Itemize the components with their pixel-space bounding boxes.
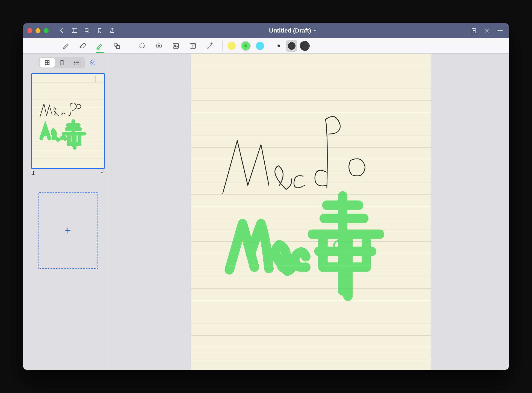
outline-view-tab[interactable] [69, 58, 84, 68]
sidebar-icon [71, 27, 78, 34]
new-note-icon [471, 27, 477, 34]
body: 1 + [23, 54, 509, 370]
tool-toolbar [23, 38, 509, 54]
page-menu-icon[interactable] [100, 171, 104, 174]
sticker-icon [155, 42, 163, 50]
svg-point-9 [498, 30, 499, 31]
svg-point-39 [338, 245, 339, 247]
new-note-button[interactable] [469, 26, 478, 35]
close-window-button[interactable] [27, 28, 32, 33]
sync-icon [89, 59, 96, 66]
bookmark-button[interactable] [95, 26, 104, 35]
view-segmented-control [39, 57, 85, 68]
wand-icon [206, 42, 214, 50]
traffic-lights [27, 28, 49, 33]
svg-rect-30 [47, 63, 49, 64]
svg-point-23 [211, 43, 212, 44]
document-title[interactable]: Untitled (Draft) [120, 27, 466, 34]
svg-point-35 [74, 62, 75, 63]
sticker-tool[interactable] [151, 40, 167, 52]
text-tool[interactable] [185, 40, 200, 52]
svg-rect-18 [173, 43, 179, 48]
svg-point-36 [74, 64, 75, 64]
toolbar-divider [222, 41, 223, 51]
shape-tool[interactable] [109, 40, 125, 52]
fullscreen-window-button[interactable] [44, 28, 49, 33]
bookmark-icon [59, 60, 65, 66]
eraser-icon [79, 42, 87, 50]
color-swatch-cyan[interactable] [256, 42, 264, 50]
more-options-button[interactable] [495, 26, 505, 35]
minimize-window-button[interactable] [36, 28, 40, 33]
color-swatch-yellow[interactable] [227, 42, 236, 50]
stroke-size-medium[interactable] [286, 40, 297, 52]
page-sidebar: 1 + [23, 54, 113, 370]
magic-tool[interactable] [202, 40, 217, 52]
sync-status[interactable] [88, 58, 97, 67]
stroke-size-large[interactable] [299, 40, 311, 52]
chevron-left-icon [59, 27, 65, 34]
svg-point-34 [74, 61, 75, 61]
svg-point-19 [174, 45, 175, 46]
svg-point-10 [500, 30, 501, 31]
search-icon [84, 27, 90, 34]
page-number: 1 [32, 171, 35, 176]
sidebar-tabs [26, 57, 110, 68]
stroke-size-small[interactable] [273, 40, 284, 52]
title-text: Untitled (Draft) [269, 27, 311, 34]
thumbnail-ink [32, 74, 104, 168]
add-page-button[interactable]: + [38, 192, 98, 269]
ellipsis-icon [497, 27, 503, 34]
page-thumbnail-1[interactable]: 1 [26, 73, 110, 176]
svg-point-11 [502, 30, 503, 31]
svg-point-38 [76, 104, 81, 108]
eraser-tool[interactable] [75, 40, 91, 52]
svg-rect-27 [45, 61, 47, 62]
svg-rect-29 [45, 63, 47, 64]
share-icon [109, 27, 116, 34]
color-swatch-green[interactable] [242, 42, 250, 50]
svg-line-3 [88, 31, 90, 33]
svg-rect-28 [47, 61, 49, 62]
back-button[interactable] [57, 26, 67, 35]
pen-tool[interactable] [58, 40, 74, 52]
sidebar-toggle-button[interactable] [70, 26, 79, 35]
bookmarks-view-tab[interactable] [55, 58, 69, 68]
search-button[interactable] [82, 26, 92, 35]
note-page[interactable] [191, 54, 431, 370]
titlebar: Untitled (Draft) [23, 23, 509, 38]
image-tool[interactable] [168, 40, 184, 52]
lasso-icon [138, 42, 146, 50]
grid-view-tab[interactable] [40, 58, 55, 68]
bookmark-icon [96, 27, 103, 34]
shape-icon [113, 42, 121, 50]
svg-point-37 [90, 60, 95, 65]
highlighter-tool[interactable] [92, 40, 108, 52]
canvas-area [113, 54, 509, 370]
grid-icon [44, 60, 50, 66]
svg-point-2 [85, 28, 88, 32]
svg-point-15 [140, 43, 144, 48]
close-document-button[interactable] [482, 26, 492, 35]
page-ink [191, 54, 431, 370]
plus-icon: + [65, 225, 71, 237]
app-window: Untitled (Draft) [23, 23, 509, 370]
svg-point-13 [114, 43, 118, 47]
svg-rect-0 [72, 29, 77, 33]
text-icon [189, 42, 197, 50]
close-icon [484, 27, 490, 34]
chevron-down-icon [313, 29, 317, 33]
highlighter-icon [96, 42, 104, 50]
image-icon [172, 42, 180, 50]
list-icon [74, 60, 80, 66]
pen-icon [62, 42, 70, 50]
share-button[interactable] [108, 26, 117, 35]
lasso-tool[interactable] [134, 40, 150, 52]
svg-marker-17 [158, 44, 160, 47]
